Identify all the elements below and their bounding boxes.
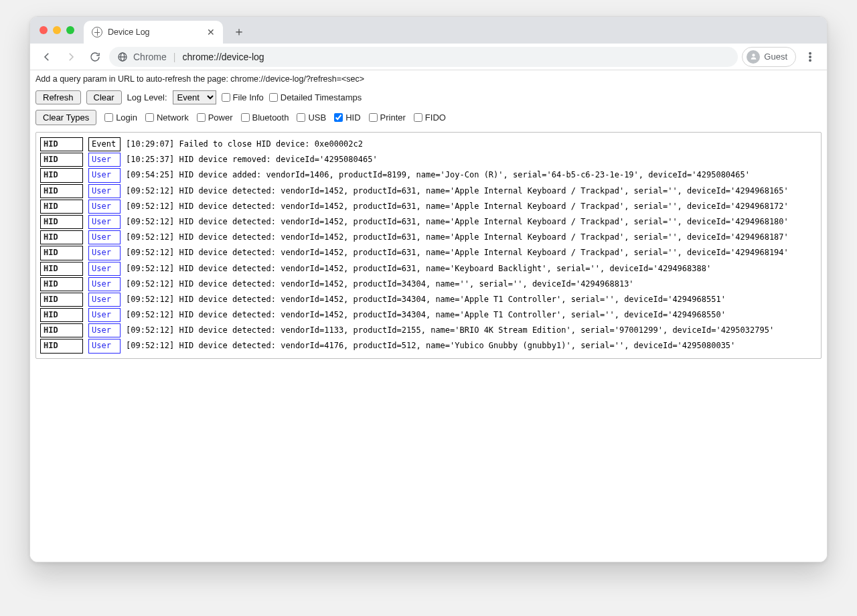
- type-label: Printer: [380, 112, 406, 123]
- type-toggle-hid[interactable]: HID: [334, 112, 360, 123]
- types-row: Clear Types LoginNetworkPowerBluetoothUS…: [30, 107, 827, 131]
- type-toggle-login[interactable]: Login: [104, 112, 137, 123]
- type-toggle-network[interactable]: Network: [145, 112, 189, 123]
- log-timestamp: [09:52:12]: [126, 325, 179, 335]
- url-origin: Chrome: [133, 52, 167, 62]
- log-text: [09:52:12] HID device detected: vendorId…: [126, 309, 726, 321]
- detailed-ts-checkbox[interactable]: [269, 93, 278, 102]
- type-checkbox-printer[interactable]: [369, 113, 378, 122]
- log-row: HIDUser[10:25:37] HID device removed: de…: [40, 152, 817, 167]
- log-timestamp: [09:52:12]: [126, 202, 179, 211]
- log-message: HID device added: vendorId=1406, product…: [179, 170, 750, 179]
- log-text: [09:52:12] HID device detected: vendorId…: [126, 262, 711, 275]
- fileinfo-toggle[interactable]: File Info: [222, 92, 264, 102]
- log-text: [09:52:12] HID device detected: vendorId…: [126, 293, 726, 306]
- type-checkbox-network[interactable]: [145, 113, 154, 122]
- window-close-button[interactable]: [40, 26, 48, 34]
- log-text: [10:25:37] HID device removed: deviceId=…: [126, 153, 378, 166]
- log-text: [09:52:12] HID device detected: vendorId…: [126, 246, 789, 259]
- log-text: [09:54:25] HID device added: vendorId=14…: [126, 169, 750, 181]
- refresh-hint: Add a query param in URL to auto-refresh…: [30, 70, 827, 88]
- kebab-menu-button[interactable]: [800, 47, 820, 67]
- svg-point-3: [809, 56, 811, 57]
- loglevel-select[interactable]: EventUserDebugError: [173, 90, 216, 104]
- clear-types-button[interactable]: Clear Types: [35, 110, 96, 125]
- tab-close-button[interactable]: ✕: [206, 27, 216, 37]
- browser-tab[interactable]: Device Log ✕: [84, 21, 223, 44]
- url-path: chrome://device-log: [182, 52, 264, 62]
- detailed-ts-toggle[interactable]: Detailed Timestamps: [269, 92, 362, 102]
- browser-window: Device Log ✕ ＋ Chrome | chrome://d: [29, 16, 828, 562]
- type-checkbox-login[interactable]: [104, 113, 113, 122]
- profile-button[interactable]: Guest: [742, 47, 796, 67]
- refresh-button[interactable]: Refresh: [35, 90, 81, 104]
- log-timestamp: [10:25:37]: [126, 155, 179, 164]
- site-info-icon[interactable]: [117, 52, 128, 62]
- type-checkbox-hid[interactable]: [334, 113, 343, 122]
- new-tab-button[interactable]: ＋: [230, 22, 248, 41]
- log-row: HIDUser[09:52:12] HID device detected: v…: [40, 183, 817, 199]
- log-row: HIDUser[09:52:12] HID device detected: v…: [40, 277, 817, 292]
- type-toggle-power[interactable]: Power: [197, 112, 233, 123]
- forward-button[interactable]: [61, 47, 81, 67]
- log-text: [09:52:12] HID device detected: vendorId…: [126, 185, 789, 198]
- controls-row: Refresh Clear Log Level: EventUserDebugE…: [30, 88, 827, 107]
- log-row: HIDUser[09:52:12] HID device detected: v…: [40, 261, 817, 277]
- log-level: User: [88, 277, 121, 291]
- type-checkbox-bluetooth[interactable]: [241, 113, 250, 122]
- log-timestamp: [09:52:12]: [126, 341, 179, 350]
- log-timestamp: [09:52:12]: [126, 217, 179, 226]
- log-level: User: [88, 323, 121, 337]
- log-text: [09:52:12] HID device detected: vendorId…: [126, 216, 789, 228]
- log-level: User: [88, 308, 121, 322]
- fileinfo-checkbox[interactable]: [222, 93, 230, 102]
- log-row: HIDUser[09:52:12] HID device detected: v…: [40, 323, 817, 338]
- log-message: HID device detected: vendorId=1133, prod…: [179, 325, 774, 335]
- type-toggle-fido[interactable]: FIDO: [414, 112, 446, 123]
- browser-toolbar: Chrome | chrome://device-log Guest: [30, 44, 827, 70]
- log-level: User: [88, 339, 121, 353]
- log-level: User: [88, 184, 121, 198]
- log-tag: HID: [40, 308, 83, 322]
- window-minimize-button[interactable]: [53, 26, 61, 34]
- type-checkbox-power[interactable]: [197, 113, 206, 122]
- log-row: HIDUser[09:52:12] HID device detected: v…: [40, 338, 817, 354]
- log-tag: HID: [40, 168, 83, 182]
- log-timestamp: [09:52:12]: [126, 264, 179, 273]
- address-bar[interactable]: Chrome | chrome://device-log: [109, 47, 738, 67]
- type-label: USB: [308, 112, 326, 123]
- log-level: User: [88, 168, 121, 182]
- back-button[interactable]: [37, 47, 57, 67]
- type-toggle-printer[interactable]: Printer: [369, 112, 406, 123]
- type-checkbox-usb[interactable]: [297, 113, 305, 122]
- log-tag: HID: [40, 277, 83, 291]
- clear-button[interactable]: Clear: [86, 90, 122, 104]
- log-level: User: [88, 215, 121, 229]
- log-level: User: [88, 293, 121, 307]
- type-toggle-usb[interactable]: USB: [297, 112, 326, 123]
- log-tag: HID: [40, 184, 83, 198]
- reload-button[interactable]: [85, 47, 105, 67]
- type-toggle-bluetooth[interactable]: Bluetooth: [241, 112, 289, 123]
- type-label: Bluetooth: [252, 112, 289, 123]
- url-separator: |: [172, 52, 177, 62]
- log-timestamp: [09:52:12]: [126, 232, 179, 242]
- log-row: HIDUser[09:52:12] HID device detected: v…: [40, 199, 817, 214]
- window-zoom-button[interactable]: [66, 26, 74, 34]
- type-checkbox-fido[interactable]: [414, 113, 422, 122]
- log-row: HIDEvent[10:29:07] Failed to close HID d…: [40, 137, 817, 152]
- log-message: HID device detected: vendorId=4176, prod…: [179, 341, 735, 350]
- log-timestamp: [09:54:25]: [126, 170, 179, 179]
- log-tag: HID: [40, 153, 83, 167]
- loglevel-label: Log Level:: [127, 92, 167, 102]
- log-level: User: [88, 153, 121, 167]
- globe-icon: [92, 27, 102, 37]
- log-level: User: [88, 246, 121, 260]
- log-tag: HID: [40, 262, 83, 276]
- log-level: User: [88, 200, 121, 214]
- type-label: Login: [116, 112, 137, 123]
- log-level: Event: [88, 137, 121, 151]
- log-text: [10:29:07] Failed to close HID device: 0…: [126, 138, 363, 151]
- log-message: HID device detected: vendorId=1452, prod…: [179, 310, 725, 319]
- fileinfo-label: File Info: [233, 92, 264, 102]
